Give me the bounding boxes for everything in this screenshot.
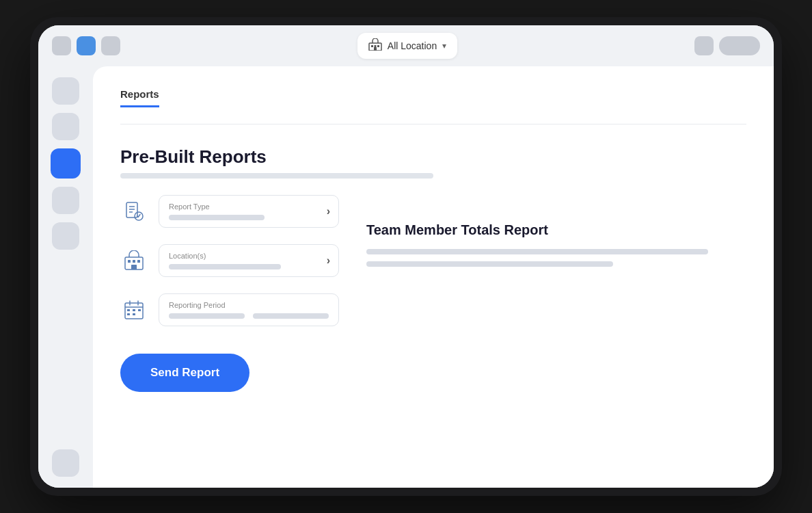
- svg-rect-2: [374, 45, 376, 47]
- report-type-value: [169, 215, 265, 220]
- location-selector[interactable]: All Location ▾: [357, 33, 457, 59]
- traffic-dot-3: [101, 36, 120, 55]
- top-bar-right-dot: [694, 36, 714, 55]
- traffic-dot-1: [52, 36, 71, 55]
- period-end-value: [253, 313, 329, 319]
- chevron-down-icon: ▾: [442, 41, 446, 51]
- top-bar-left: [52, 36, 120, 55]
- svg-rect-12: [133, 260, 135, 263]
- sidebar-item-1[interactable]: [52, 77, 79, 105]
- page-title: Pre-Built Reports: [120, 146, 746, 168]
- report-type-label: Report Type: [169, 202, 329, 211]
- top-bar-pill: [719, 36, 760, 55]
- location-label: All Location: [388, 40, 437, 51]
- sidebar-item-2[interactable]: [52, 113, 79, 140]
- report-desc-bar-1: [366, 249, 708, 254]
- sidebar-item-5[interactable]: [52, 222, 79, 250]
- locations-value: [169, 264, 281, 269]
- svg-rect-22: [127, 313, 130, 315]
- main-layout: Reports Pre-Built Reports: [38, 66, 774, 488]
- nav-tabs: Reports: [120, 88, 746, 107]
- tab-reports[interactable]: Reports: [120, 88, 159, 107]
- locations-label: Location(s): [169, 252, 329, 260]
- reporting-period-field[interactable]: Reporting Period: [159, 293, 339, 326]
- device-screen: All Location ▾: [38, 25, 774, 488]
- report-type-icon: [120, 198, 148, 225]
- sidebar-item-bottom[interactable]: [52, 449, 79, 477]
- locations-icon: [120, 247, 148, 274]
- svg-rect-5: [126, 202, 137, 218]
- sidebar: [38, 66, 93, 488]
- svg-rect-1: [371, 45, 373, 47]
- report-desc-bar-2: [366, 261, 613, 267]
- placeholder-bar-top: [120, 173, 433, 179]
- svg-rect-19: [127, 309, 130, 311]
- form-panel: Report Type ›: [120, 195, 339, 392]
- device-frame: All Location ▾: [30, 17, 782, 496]
- report-type-chevron-icon: ›: [327, 205, 330, 218]
- location-icon: [368, 38, 382, 53]
- locations-section: Location(s) ›: [120, 244, 339, 277]
- locations-field[interactable]: Location(s) ›: [159, 244, 339, 277]
- reporting-period-label: Reporting Period: [169, 301, 329, 309]
- svg-rect-20: [133, 309, 135, 311]
- svg-rect-11: [128, 260, 131, 263]
- two-col-layout: Report Type ›: [120, 195, 746, 392]
- reporting-period-section: Reporting Period: [120, 293, 339, 326]
- report-name-title: Team Member Totals Report: [366, 222, 746, 238]
- svg-rect-13: [137, 260, 140, 263]
- svg-rect-14: [131, 265, 137, 269]
- locations-chevron-icon: ›: [327, 254, 330, 267]
- sidebar-item-4[interactable]: [52, 187, 79, 214]
- reporting-period-values: [169, 313, 329, 319]
- divider: [120, 124, 746, 124]
- svg-rect-21: [138, 309, 141, 311]
- svg-rect-4: [374, 47, 377, 51]
- content-area: Reports Pre-Built Reports: [93, 66, 774, 488]
- report-info-panel: Team Member Totals Report: [366, 195, 746, 392]
- sidebar-item-reports[interactable]: [51, 148, 81, 179]
- send-report-button[interactable]: Send Report: [120, 354, 249, 392]
- calendar-icon: [120, 296, 148, 324]
- report-type-field[interactable]: Report Type ›: [159, 195, 339, 228]
- svg-rect-23: [133, 313, 135, 315]
- top-bar-right: [694, 36, 760, 55]
- top-bar: All Location ▾: [38, 25, 774, 66]
- traffic-dot-2: [77, 36, 96, 55]
- report-type-section: Report Type ›: [120, 195, 339, 228]
- period-start-value: [169, 313, 245, 319]
- svg-rect-3: [377, 45, 379, 47]
